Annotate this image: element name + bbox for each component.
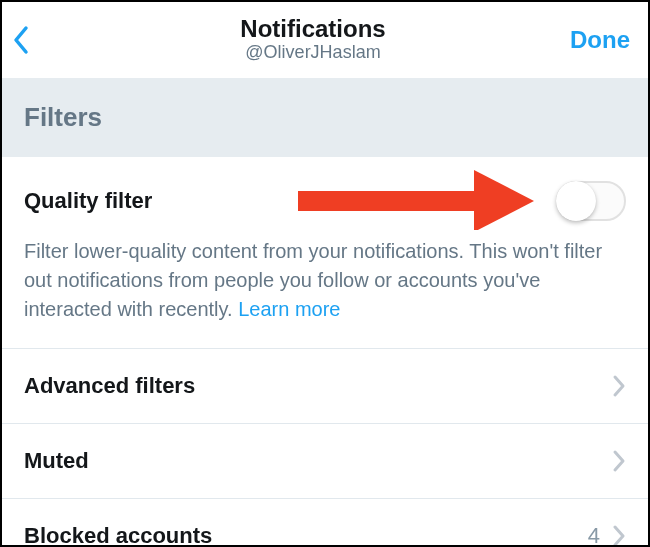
blocked-accounts-label: Blocked accounts (24, 523, 212, 547)
page-subtitle: @OliverJHaslam (56, 42, 570, 64)
done-button[interactable]: Done (570, 26, 630, 54)
page-title: Notifications (56, 16, 570, 42)
section-header-filters: Filters (2, 78, 648, 157)
quality-filter-description: Filter lower-quality content from your n… (2, 233, 648, 349)
quality-filter-toggle[interactable] (556, 181, 626, 221)
muted-label: Muted (24, 448, 89, 474)
advanced-filters-label: Advanced filters (24, 373, 195, 399)
back-button[interactable] (12, 25, 56, 55)
chevron-left-icon (12, 25, 29, 55)
chevron-right-icon (612, 374, 626, 398)
learn-more-link[interactable]: Learn more (238, 298, 340, 320)
row-blocked-accounts[interactable]: Blocked accounts 4 (2, 499, 648, 547)
header-title-group: Notifications @OliverJHaslam (56, 16, 570, 64)
chevron-right-icon (612, 524, 626, 547)
row-quality-filter: Quality filter (2, 157, 648, 233)
blocked-accounts-count: 4 (588, 523, 600, 547)
header: Notifications @OliverJHaslam Done (2, 2, 648, 78)
quality-filter-label: Quality filter (24, 188, 152, 214)
row-advanced-filters[interactable]: Advanced filters (2, 349, 648, 424)
row-muted[interactable]: Muted (2, 424, 648, 499)
chevron-right-icon (612, 449, 626, 473)
toggle-knob (556, 181, 596, 221)
